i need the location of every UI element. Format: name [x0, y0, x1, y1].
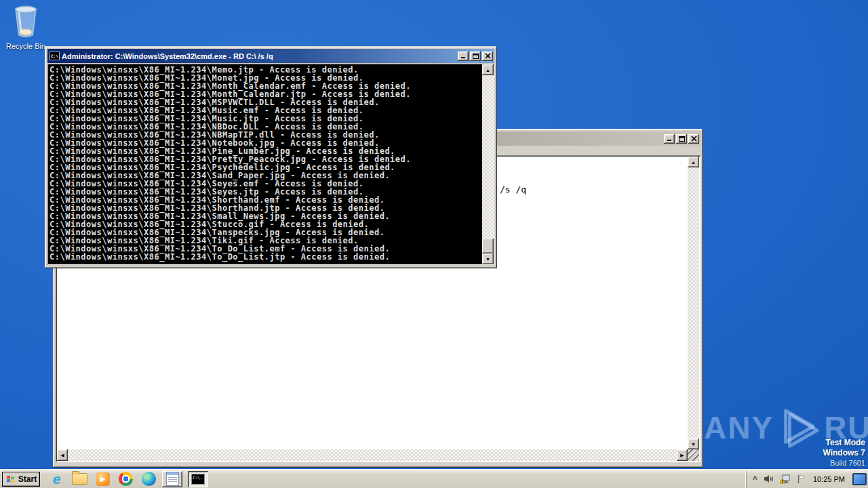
cmd-minimize-button[interactable]: [458, 52, 469, 61]
maximize-icon: [473, 53, 479, 59]
anyrun-play-logo-icon: [778, 407, 820, 449]
taskbar: Start e ▶ C:\. ^: [0, 469, 868, 488]
quick-launch-area: e ▶: [49, 471, 157, 487]
windows-explorer-icon[interactable]: [72, 471, 87, 487]
notepad-maximize-button[interactable]: [676, 134, 687, 144]
network-warning-icon[interactable]: [780, 474, 791, 484]
console-vertical-scrollbar[interactable]: ▲ ▼: [482, 64, 494, 264]
console-line: C:\Windows\winsxs\X86_MI~1.234\To_Do_Lis…: [50, 253, 481, 261]
recycle-bin-label: Recycle Bin: [5, 42, 46, 50]
close-icon: [485, 53, 491, 59]
chrome-icon[interactable]: [118, 471, 134, 487]
system-tray: ^ 10:25 PM: [746, 471, 867, 487]
show-hidden-icons-chevron-icon[interactable]: ^: [753, 476, 757, 483]
scrollbar-thumb[interactable]: [482, 239, 494, 253]
volume-icon[interactable]: [764, 474, 774, 483]
internet-explorer-icon[interactable]: e: [49, 471, 64, 487]
recycle-bin-desktop-icon[interactable]: Recycle Bin: [5, 4, 46, 50]
taskbar-button-cmd[interactable]: C:\.: [188, 471, 208, 487]
cmd-close-button[interactable]: [482, 52, 493, 61]
edge-icon[interactable]: [141, 471, 157, 487]
scroll-up-arrow-icon[interactable]: ▲: [482, 64, 494, 75]
desktop: Recycle Bin ANY RUN Test Mode Windows 7 …: [0, 0, 868, 488]
notepad-horizontal-scrollbar[interactable]: ◀ ▶: [57, 449, 688, 461]
taskbar-button-notepad[interactable]: [162, 471, 182, 487]
media-player-icon[interactable]: ▶: [95, 471, 111, 487]
cmd-maximize-button[interactable]: [470, 52, 481, 61]
windows-version-line: Windows 7: [823, 448, 865, 458]
scroll-right-arrow-icon[interactable]: ▶: [677, 449, 688, 461]
start-button[interactable]: Start: [2, 472, 40, 487]
notepad-document-text: /s /q: [500, 184, 526, 195]
cmd-window-title: Administrator: C:\Windows\System32\cmd.e…: [62, 52, 273, 60]
maximize-icon: [679, 136, 685, 142]
console-output: C:\Windows\winsxs\X86_MI~1.234\Memo.jtp …: [50, 66, 481, 264]
scroll-down-arrow-icon[interactable]: ▼: [482, 253, 494, 264]
notepad-vertical-scrollbar[interactable]: ▲ ▼: [688, 157, 699, 449]
notepad-icon: [166, 472, 179, 486]
notepad-minimize-button[interactable]: [664, 134, 675, 144]
start-button-label: Start: [18, 474, 37, 484]
show-desktop-icon[interactable]: [852, 473, 867, 485]
notepad-close-button[interactable]: [688, 134, 699, 144]
cmd-window[interactable]: C:\. Administrator: C:\Windows\System32\…: [45, 46, 497, 268]
watermark-any-text: ANY: [704, 409, 774, 446]
windows-flag-icon: [5, 474, 16, 483]
scroll-left-arrow-icon[interactable]: ◀: [57, 449, 68, 461]
cmd-titlebar[interactable]: C:\. Administrator: C:\Windows\System32\…: [47, 49, 494, 63]
minimize-icon: [667, 136, 673, 142]
console-viewport[interactable]: C:\Windows\winsxs\X86_MI~1.234\Memo.jtp …: [47, 64, 494, 265]
test-mode-line: Test Mode: [823, 438, 865, 448]
action-center-flag-icon[interactable]: [797, 474, 806, 484]
close-icon: [691, 136, 697, 142]
cmd-app-icon: C:\.: [50, 52, 60, 60]
cmd-icon: C:\.: [191, 474, 205, 485]
build-number-line: Build 7601: [823, 458, 865, 468]
minimize-icon: [460, 53, 467, 59]
scroll-up-arrow-icon[interactable]: ▲: [688, 157, 699, 167]
scroll-down-arrow-icon[interactable]: ▼: [688, 439, 699, 449]
taskbar-clock[interactable]: 10:25 PM: [813, 475, 845, 483]
recycle-bin-icon: [10, 4, 41, 38]
test-mode-banner: Test Mode Windows 7 Build 7601: [823, 438, 865, 468]
resize-grip[interactable]: [688, 449, 699, 461]
